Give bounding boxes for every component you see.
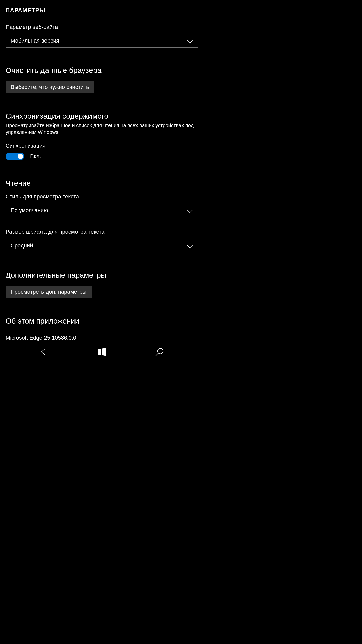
page-title: ПАРАМЕТРЫ — [6, 0, 198, 24]
reading-style-label: Стиль для просмотра текста — [6, 193, 198, 200]
reading-style-dropdown[interactable]: По умолчанию — [6, 204, 198, 217]
sync-toggle[interactable] — [6, 153, 24, 160]
svg-line-6 — [156, 353, 158, 356]
search-button[interactable] — [152, 344, 167, 359]
svg-marker-2 — [102, 348, 106, 352]
reading-font-size-dropdown[interactable]: Средний — [6, 239, 198, 252]
about-edge-version: Microsoft Edge 25.10586.0.0 — [6, 334, 198, 341]
chevron-down-icon — [187, 207, 193, 214]
website-pref-value: Мобильная версия — [11, 37, 187, 44]
sync-heading: Синхронизация содержимого — [6, 112, 198, 120]
windows-logo-icon — [98, 348, 106, 356]
about-heading: Об этом приложении — [6, 317, 198, 325]
chevron-down-icon — [187, 37, 193, 44]
system-navbar — [0, 341, 204, 362]
website-pref-dropdown[interactable]: Мобильная версия — [6, 34, 198, 48]
settings-content: ПАРАМЕТРЫ Параметр веб-сайта Мобильная в… — [0, 0, 204, 341]
svg-marker-3 — [98, 352, 101, 355]
back-button[interactable] — [36, 344, 52, 359]
chevron-down-icon — [187, 242, 193, 249]
start-button[interactable] — [94, 344, 109, 359]
search-icon — [155, 347, 164, 357]
website-pref-label: Параметр веб-сайта — [6, 24, 198, 30]
back-arrow-icon — [39, 347, 49, 356]
choose-what-to-clear-button[interactable]: Выберите, что нужно очистить — [6, 81, 94, 93]
reading-heading: Чтение — [6, 179, 198, 187]
reading-font-size-label: Размер шрифта для просмотра текста — [6, 229, 198, 235]
svg-marker-4 — [102, 352, 106, 356]
advanced-heading: Дополнительные параметры — [6, 271, 198, 279]
sync-state-label: Вкл. — [30, 153, 41, 160]
sync-subtext: Просматривайте избранное и список для чт… — [6, 122, 198, 136]
toggle-knob — [18, 154, 23, 159]
clear-data-heading: Очистить данные браузера — [6, 66, 198, 75]
reading-font-size-value: Средний — [11, 242, 187, 249]
sync-toggle-label: Синхронизация — [6, 143, 198, 149]
svg-marker-1 — [98, 349, 101, 352]
view-advanced-settings-button[interactable]: Просмотреть доп. параметры — [6, 286, 92, 298]
reading-style-value: По умолчанию — [11, 207, 187, 214]
